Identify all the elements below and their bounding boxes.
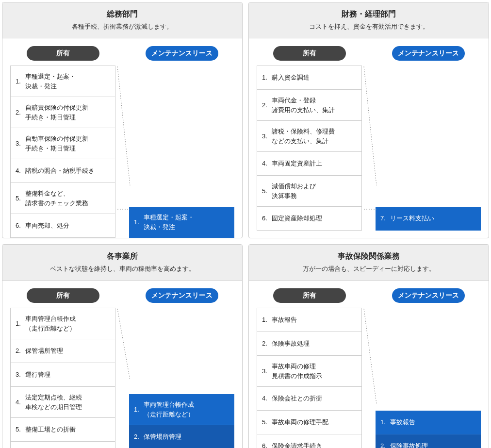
lease-label-pill: メンテナンスリース (146, 288, 218, 303)
own-list-item: 車種選定・起案・決裁・発注 (11, 66, 115, 97)
own-list-item-text: 車種選定・起案・決裁・発注 (25, 72, 76, 91)
lease-list-item: リース料支払い (376, 207, 481, 231)
own-list-item: 運行管理 (11, 363, 115, 387)
card-body: 所有事故報告保険事故処理事故車両の修理見積書の作成指示保険会社との折衝事故車両の… (249, 281, 489, 448)
own-list-item: 車両固定資産計上 (257, 152, 361, 176)
own-list-item: 整備料金など、請求書のチェック業務 (11, 183, 115, 214)
own-list-item: 車両代金・登録諸費用の支払い、集計 (257, 90, 361, 121)
own-list-item: 点検・修理代チェック、伝票作成 (11, 442, 115, 448)
own-list-item-text: 保険事故処理 (272, 339, 310, 348)
own-list-item-text: 車両管理台帳作成（走行距離など） (25, 314, 76, 333)
own-list-item: 整備工場との折衝 (11, 418, 115, 442)
lease-list-item-text: 車両管理台帳作成（走行距離など） (144, 400, 194, 419)
own-list-item: 自賠責保険の付保更新手続き・期日管理 (11, 97, 115, 128)
card-header: 各事業所ベストな状態を維持し、車両の稼働率を高めます。 (2, 245, 242, 281)
card-subtitle: 各種手続、折衝業務が激減します。 (6, 22, 238, 31)
own-list: 事故報告保険事故処理事故車両の修理見積書の作成指示保険会社との折衝事故車両の修理… (257, 308, 362, 448)
card-title: 総務部門 (6, 9, 238, 19)
card-subtitle: コストを抑え、資金を有効活用できます。 (253, 22, 485, 31)
lease-list-item-text: 保険事故処理 (390, 441, 428, 448)
own-list-item-text: 保険金請求手続き (272, 441, 322, 448)
own-list-item-text: 保管場所管理 (25, 346, 63, 356)
card: 総務部門各種手続、折衝業務が激減します。所有車種選定・起案・決裁・発注自賠責保険… (2, 2, 243, 238)
own-list-item-text: 車両固定資産計上 (272, 159, 322, 168)
lease-list-item: 車種選定・起案・決裁・発注 (129, 207, 234, 238)
own-list-item: 購入資金調達 (257, 66, 361, 90)
own-list-item: 固定資産除却処理 (257, 207, 361, 231)
card-body: 所有車種選定・起案・決裁・発注自賠責保険の付保更新手続き・期日管理自動車保険の付… (2, 38, 242, 238)
own-list-item-text: 諸税の照合・納税手続き (25, 166, 95, 176)
own-list-item-text: 購入資金調達 (272, 73, 310, 83)
card-title: 各事業所 (6, 251, 238, 262)
own-list-item: 諸税の照合・納税手続き (11, 159, 115, 183)
own-list-item: 自動車保険の付保更新手続き・期日管理 (11, 128, 115, 159)
own-list-item-text: 減価償却および決算事務 (272, 182, 316, 200)
own-list-item-text: 事故車両の修理手配 (272, 417, 328, 427)
lease-list: 車両管理台帳作成（走行距離など）保管場所管理運行管理 (129, 394, 234, 448)
card-body: 所有車両管理台帳作成（走行距離など）保管場所管理運行管理法定定期点検、継続車検な… (2, 281, 242, 448)
card-subtitle: ベストな状態を維持し、車両の稼働率を高めます。 (6, 265, 238, 273)
own-list-item: 法定定期点検、継続車検などの期日管理 (11, 387, 115, 418)
own-list-item: 保険事故処理 (257, 332, 361, 356)
lease-list-item-text: 車種選定・起案・決裁・発注 (144, 213, 194, 232)
own-list-item: 事故報告 (257, 308, 361, 332)
own-list: 車種選定・起案・決裁・発注自賠責保険の付保更新手続き・期日管理自動車保険の付保更… (10, 66, 115, 238)
own-list-item: 減価償却および決算事務 (257, 176, 361, 207)
card-title: 財務・経理部門 (253, 9, 485, 19)
own-list-item-text: 事故車両の修理見積書の作成指示 (272, 362, 322, 381)
lease-list-item: 車両管理台帳作成（走行距離など） (129, 394, 234, 425)
own-label-pill: 所有 (27, 288, 99, 303)
lease-list-item: 事故報告 (376, 411, 481, 434)
card-body: 所有購入資金調達車両代金・登録諸費用の支払い、集計諸税・保険料、修理費などの支払… (249, 38, 489, 231)
own-list-item: 保険金請求手続き (257, 434, 361, 448)
card-header: 総務部門各種手続、折衝業務が激減します。 (2, 2, 242, 38)
own-list-item: 事故車両の修理手配 (257, 411, 361, 434)
card-header: 財務・経理部門コストを抑え、資金を有効活用できます。 (249, 2, 489, 38)
card-header: 事故保険関係業務万が一の場合も、スピーディーに対応します。 (249, 245, 489, 281)
own-list-item-text: 保険会社との折衝 (272, 394, 322, 403)
lease-list-item-text: 事故報告 (390, 417, 415, 427)
card: 各事業所ベストな状態を維持し、車両の稼働率を高めます。所有車両管理台帳作成（走行… (2, 244, 243, 448)
own-label-pill: 所有 (27, 46, 99, 61)
lease-list: 車種選定・起案・決裁・発注 (129, 207, 234, 238)
lease-list-item: 保管場所管理 (129, 425, 234, 448)
own-label-pill: 所有 (273, 288, 346, 303)
lease-list-item-text: 保管場所管理 (144, 432, 181, 442)
lease-list: リース料支払い (376, 207, 481, 231)
own-list-item: 諸税・保険料、修理費などの支払い、集計 (257, 121, 361, 152)
lease-list-item: 保険事故処理 (376, 434, 481, 448)
lease-label-pill: メンテナンスリース (392, 288, 465, 303)
own-list-item-text: 自動車保険の付保更新手続き・期日管理 (25, 134, 88, 153)
own-list-item-text: 固定資産除却処理 (272, 214, 322, 223)
own-list-item-text: 自賠責保険の付保更新手続き・期日管理 (25, 103, 88, 122)
own-list-item-text: 法定定期点検、継続車検などの期日管理 (25, 393, 82, 412)
own-list-item: 保険会社との折衝 (257, 387, 361, 411)
lease-label-pill: メンテナンスリース (146, 46, 218, 61)
own-list-item-text: 諸税・保険料、修理費などの支払い、集計 (272, 127, 335, 146)
own-list: 購入資金調達車両代金・登録諸費用の支払い、集計諸税・保険料、修理費などの支払い、… (257, 66, 362, 231)
card: 事故保険関係業務万が一の場合も、スピーディーに対応します。所有事故報告保険事故処… (248, 244, 489, 448)
own-list-item: 事故車両の修理見積書の作成指示 (257, 356, 361, 387)
own-list: 車両管理台帳作成（走行距離など）保管場所管理運行管理法定定期点検、継続車検などの… (10, 308, 115, 448)
own-list-item-text: 整備工場との折衝 (25, 425, 76, 434)
own-list-item-text: 運行管理 (25, 370, 50, 380)
own-list-item-text: 車両代金・登録諸費用の支払い、集計 (272, 96, 335, 115)
own-list-item-text: 車両売却、処分 (25, 221, 69, 231)
lease-list: 事故報告保険事故処理 (376, 411, 481, 448)
card: 財務・経理部門コストを抑え、資金を有効活用できます。所有購入資金調達車両代金・登… (248, 2, 489, 238)
own-list-item: 車両売却、処分 (11, 214, 115, 238)
own-list-item: 保管場所管理 (11, 339, 115, 363)
own-list-item: 車両管理台帳作成（走行距離など） (11, 308, 115, 339)
own-list-item-text: 整備料金など、請求書のチェック業務 (25, 189, 88, 208)
own-label-pill: 所有 (273, 46, 346, 61)
lease-list-item-text: リース料支払い (390, 214, 434, 223)
lease-label-pill: メンテナンスリース (392, 46, 465, 61)
own-list-item-text: 事故報告 (272, 315, 297, 325)
card-subtitle: 万が一の場合も、スピーディーに対応します。 (253, 265, 485, 273)
card-title: 事故保険関係業務 (253, 251, 485, 262)
